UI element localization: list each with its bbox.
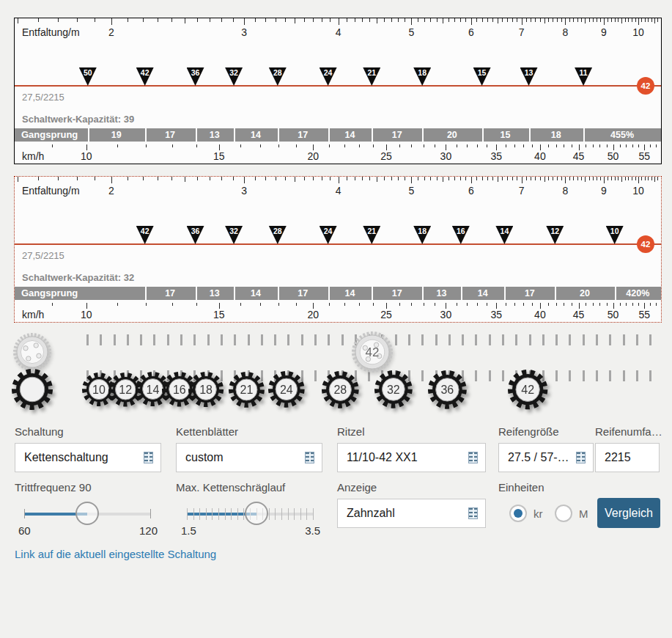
select-list-icon bbox=[144, 452, 153, 463]
kmh-tick-label: 40 bbox=[534, 150, 546, 162]
current-setup-link[interactable]: Link auf die aktuell eingestellte Schalt… bbox=[15, 548, 216, 560]
kmh-tick bbox=[548, 144, 549, 147]
kmh-tick bbox=[386, 303, 387, 309]
sprocket-tooth-tick[interactable] bbox=[596, 370, 598, 381]
chainring-tooth-tick[interactable] bbox=[328, 334, 330, 345]
chainring-tooth-tick[interactable] bbox=[221, 334, 223, 345]
kmh-tick bbox=[467, 144, 468, 147]
chainring-tooth-tick[interactable] bbox=[114, 334, 116, 345]
sprocket-tooth-tick[interactable] bbox=[555, 370, 558, 381]
kmh-axis-label: km/h bbox=[22, 150, 44, 162]
chainring-tooth-tick[interactable] bbox=[287, 334, 289, 345]
schaltung-select[interactable]: Kettenschaltung bbox=[15, 443, 161, 472]
kmh-tick bbox=[656, 303, 657, 306]
chainring-tooth-tick[interactable] bbox=[301, 334, 303, 345]
chainring-tooth-tick[interactable] bbox=[529, 334, 531, 345]
ritzel-select[interactable]: 11/10-42 XX1 bbox=[337, 443, 486, 472]
chainring-tooth-tick[interactable] bbox=[596, 334, 598, 345]
chainring-tooth-tick[interactable] bbox=[489, 334, 491, 345]
sprocket-tooth-tick[interactable] bbox=[489, 370, 491, 381]
chainring-tooth-tick[interactable] bbox=[341, 334, 344, 345]
chainring-tooth-tick[interactable] bbox=[569, 334, 571, 345]
kmh-tick bbox=[411, 303, 412, 306]
sprocket-tooth-tick[interactable] bbox=[475, 370, 477, 381]
cassette-cog-42[interactable]: 42 bbox=[502, 364, 553, 415]
kmh-tick bbox=[613, 303, 614, 309]
cassette-cog-32[interactable]: 32 bbox=[369, 364, 418, 414]
kmh-tick bbox=[626, 303, 627, 306]
kmh-tick bbox=[240, 303, 241, 306]
anzeige-select[interactable]: Zahnzahl bbox=[337, 499, 486, 528]
chainring-tooth-tick[interactable] bbox=[542, 334, 544, 345]
chainring-tooth-tick[interactable] bbox=[475, 334, 477, 345]
chainring-tooth-tick[interactable] bbox=[623, 334, 625, 345]
chainring-tooth-tick[interactable] bbox=[207, 334, 210, 345]
chainring-tooth-tick[interactable] bbox=[100, 334, 102, 345]
cadence-slider[interactable]: 60120 bbox=[24, 502, 150, 538]
gear-tooth-count: 24 bbox=[280, 384, 293, 396]
chainring-tooth-tick[interactable] bbox=[448, 334, 451, 345]
chainring-tooth-tick[interactable] bbox=[555, 334, 558, 345]
chainring-tooth-tick[interactable] bbox=[649, 334, 651, 345]
chainring-tooth-tick[interactable] bbox=[502, 334, 504, 345]
kmh-tick bbox=[626, 144, 627, 147]
chainring-tooth-tick[interactable] bbox=[167, 334, 169, 345]
chainring-tooth-tick[interactable] bbox=[248, 334, 250, 345]
unit-radio-kr[interactable] bbox=[509, 505, 527, 522]
slider-tick bbox=[237, 508, 238, 520]
chainring-tooth-tick[interactable] bbox=[435, 334, 437, 345]
chainring-tooth-tick[interactable] bbox=[462, 334, 464, 345]
chainring-tooth-tick[interactable] bbox=[193, 334, 196, 345]
cassette-cog-24[interactable]: 24 bbox=[262, 365, 311, 414]
sprocket-tooth-tick[interactable] bbox=[636, 370, 638, 381]
kmh-tick-label: 50 bbox=[608, 309, 619, 320]
slider-handle[interactable] bbox=[245, 502, 268, 525]
kettenblaetter-select[interactable]: custom bbox=[176, 443, 322, 472]
chainring-tooth-tick[interactable] bbox=[314, 334, 317, 345]
kmh-tick bbox=[344, 144, 345, 147]
chainring-tooth-tick[interactable] bbox=[274, 334, 276, 345]
reifengroesse-select[interactable]: 27.5 / 57-… bbox=[498, 443, 594, 472]
slider-handle[interactable] bbox=[75, 502, 99, 525]
kmh-tick bbox=[344, 303, 345, 306]
gear-development-panel-2[interactable]: 2345678910 Entfaltung/m 4236322824211816… bbox=[14, 176, 662, 323]
gear-development-panel-1[interactable]: 2345678910 Entfaltung/m 5042363228242118… bbox=[14, 18, 662, 164]
unit-radio-M[interactable] bbox=[555, 505, 572, 522]
kmh-tick bbox=[359, 303, 360, 306]
kmh-tick bbox=[496, 144, 497, 150]
sprocket-tooth-tick[interactable] bbox=[649, 370, 651, 381]
chainring-tooth-tick[interactable] bbox=[86, 334, 89, 345]
chainring-tooth-tick[interactable] bbox=[127, 334, 129, 345]
chainring-tooth-tick[interactable] bbox=[515, 334, 517, 345]
kmh-tick bbox=[219, 144, 220, 150]
kmh-tick bbox=[219, 303, 220, 309]
chainring-tooth-tick[interactable] bbox=[140, 334, 142, 345]
sprocket-tooth-tick[interactable] bbox=[583, 370, 585, 381]
chainring-tooth-tick[interactable] bbox=[180, 334, 182, 345]
current-sprocket-image[interactable] bbox=[6, 363, 59, 416]
cassette-cog-36[interactable]: 36 bbox=[422, 364, 473, 415]
kmh-tick bbox=[579, 144, 580, 150]
chainring-tooth-tick[interactable] bbox=[261, 334, 263, 345]
kmh-tick bbox=[548, 303, 549, 306]
sprocket-tooth-tick[interactable] bbox=[609, 370, 611, 381]
chainring-tooth-tick[interactable] bbox=[609, 334, 611, 345]
chainring-tooth-tick[interactable] bbox=[636, 334, 638, 345]
chainring-tooth-tick[interactable] bbox=[408, 334, 410, 345]
chainring-tooth-tick[interactable] bbox=[234, 334, 236, 345]
kmh-axis: 10152025303540455055 bbox=[15, 177, 661, 322]
cassette-cog-28[interactable]: 28 bbox=[316, 365, 365, 414]
reifenumfang-input[interactable] bbox=[595, 443, 660, 472]
chainring-tooth-tick[interactable] bbox=[153, 334, 155, 345]
kmh-tick bbox=[446, 303, 446, 309]
unit-radio-label: kr bbox=[533, 507, 543, 520]
slider-tick bbox=[288, 508, 289, 520]
kmh-tick bbox=[556, 303, 557, 306]
sprocket-tooth-tick[interactable] bbox=[569, 370, 571, 381]
sprocket-tooth-tick[interactable] bbox=[623, 370, 625, 381]
vergleich-button[interactable]: Vergleich bbox=[597, 498, 660, 528]
chainring-tooth-tick[interactable] bbox=[421, 334, 424, 345]
chainline-slider[interactable]: 1.53.5 bbox=[187, 502, 313, 538]
kmh-tick bbox=[487, 144, 487, 147]
chainring-tooth-tick[interactable] bbox=[583, 334, 585, 345]
